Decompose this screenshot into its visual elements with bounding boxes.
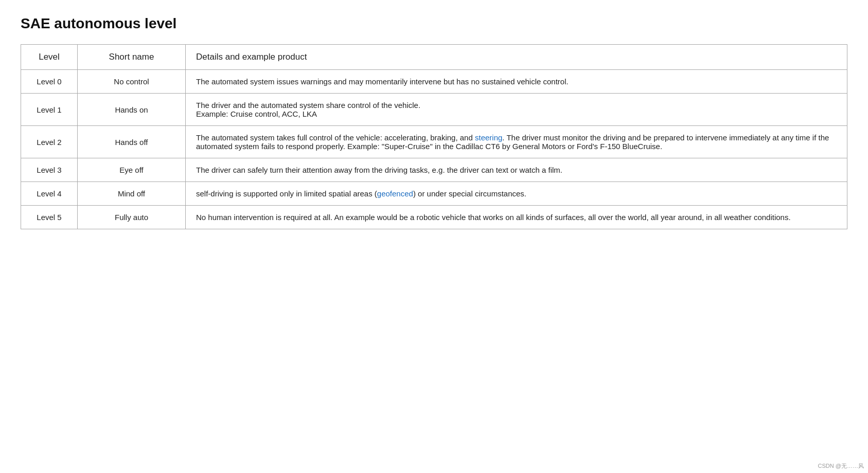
sae-table: Level Short name Details and example pro… <box>21 44 847 229</box>
table-row-level: Level 3 <box>21 158 78 182</box>
page-title: SAE autonomous level <box>21 15 847 32</box>
table-row-level: Level 4 <box>21 182 78 206</box>
table-row-short-name: Eye off <box>78 158 186 182</box>
table-row-details: The automated system takes full control … <box>186 126 847 158</box>
header-details: Details and example product <box>186 45 847 70</box>
table-row-details: The automated system issues warnings and… <box>186 70 847 94</box>
table-row-level: Level 1 <box>21 94 78 126</box>
header-short-name: Short name <box>78 45 186 70</box>
table-row-short-name: Fully auto <box>78 206 186 229</box>
details-link[interactable]: steering <box>475 133 502 142</box>
table-row-short-name: Hands on <box>78 94 186 126</box>
table-row-details: self-driving is supported only in limite… <box>186 182 847 206</box>
table-row-short-name: No control <box>78 70 186 94</box>
table-row-short-name: Hands off <box>78 126 186 158</box>
table-row-details: The driver can safely turn their attenti… <box>186 158 847 182</box>
table-row-level: Level 5 <box>21 206 78 229</box>
table-row-short-name: Mind off <box>78 182 186 206</box>
table-row-details: The driver and the automated system shar… <box>186 94 847 126</box>
details-link[interactable]: geofenced <box>377 189 413 198</box>
table-row-level: Level 0 <box>21 70 78 94</box>
table-row-details: No human intervention is required at all… <box>186 206 847 229</box>
table-row-level: Level 2 <box>21 126 78 158</box>
header-level: Level <box>21 45 78 70</box>
